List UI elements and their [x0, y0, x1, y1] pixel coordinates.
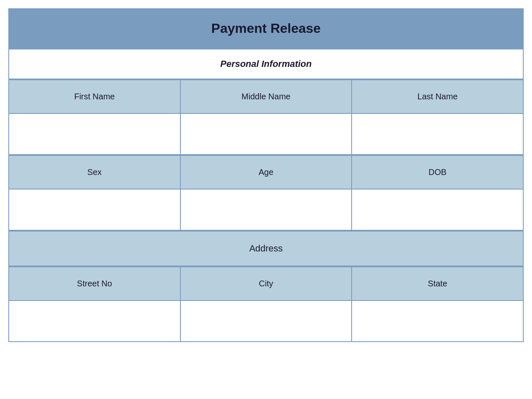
- middle-name-header: Middle Name: [181, 80, 352, 113]
- age-cell[interactable]: [181, 190, 352, 230]
- form-container: Payment Release Personal Information Fir…: [8, 8, 524, 342]
- last-name-header: Last Name: [352, 80, 523, 113]
- sex-cell[interactable]: [9, 190, 181, 230]
- city-header: City: [181, 267, 352, 300]
- city-input[interactable]: [185, 317, 347, 325]
- form-title: Payment Release: [211, 21, 320, 36]
- personal-info-section-header: Personal Information: [9, 49, 523, 79]
- name-headers-row: First Name Middle Name Last Name: [9, 79, 523, 114]
- middle-name-input[interactable]: [185, 130, 347, 138]
- personal-info-label: Personal Information: [220, 59, 312, 69]
- street-no-cell[interactable]: [9, 301, 181, 341]
- last-name-cell[interactable]: [352, 114, 523, 154]
- state-input[interactable]: [356, 317, 519, 325]
- street-no-input[interactable]: [13, 317, 176, 325]
- form-title-row: Payment Release: [9, 9, 523, 49]
- address-section-header: Address: [9, 231, 523, 266]
- address-headers-row: Street No City State: [9, 266, 523, 301]
- state-header: State: [352, 267, 523, 300]
- dob-cell[interactable]: [352, 190, 523, 230]
- state-cell[interactable]: [352, 301, 523, 341]
- last-name-input[interactable]: [356, 130, 519, 138]
- demographics-headers-row: Sex Age DOB: [9, 155, 523, 190]
- street-no-header: Street No: [9, 267, 181, 300]
- middle-name-cell[interactable]: [181, 114, 352, 154]
- age-input[interactable]: [185, 205, 347, 214]
- name-data-row: [9, 114, 523, 155]
- city-cell[interactable]: [181, 301, 352, 341]
- dob-header: DOB: [352, 156, 523, 189]
- dob-input[interactable]: [356, 205, 519, 214]
- address-label: Address: [249, 243, 283, 254]
- first-name-input[interactable]: [13, 130, 176, 138]
- address-data-row: [9, 301, 523, 341]
- first-name-header: First Name: [9, 80, 181, 113]
- first-name-cell[interactable]: [9, 114, 181, 154]
- sex-header: Sex: [9, 156, 181, 189]
- demographics-data-row: [9, 190, 523, 231]
- age-header: Age: [181, 156, 352, 189]
- sex-input[interactable]: [13, 205, 176, 214]
